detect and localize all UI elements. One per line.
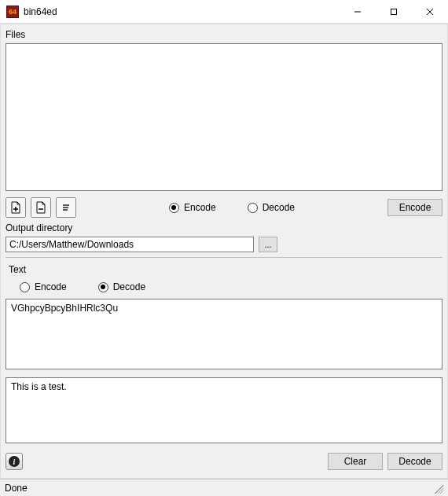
titlebar: 64 bin64ed: [0, 0, 448, 24]
document-plus-icon: [9, 201, 22, 214]
svg-rect-1: [391, 9, 397, 14]
add-file-button[interactable]: [6, 197, 26, 218]
maximize-icon: [390, 8, 398, 16]
minimize-button[interactable]: [340, 0, 376, 23]
statusbar: Done: [0, 479, 448, 496]
files-listbox[interactable]: [6, 43, 442, 191]
clear-files-button[interactable]: [56, 197, 76, 218]
radio-label: Encode: [184, 202, 216, 213]
app-icon: 64: [6, 6, 19, 18]
remove-file-button[interactable]: [31, 197, 51, 218]
text-decode-radio[interactable]: Decode: [98, 281, 145, 292]
close-icon: [426, 8, 434, 16]
clear-button[interactable]: Clear: [328, 453, 383, 470]
status-text: Done: [5, 483, 28, 494]
info-button[interactable]: i: [6, 453, 23, 470]
radio-icon: [20, 282, 30, 292]
clear-list-icon: [60, 201, 72, 214]
output-directory-label: Output directory: [6, 222, 442, 233]
files-label: Files: [6, 29, 442, 40]
radio-label: Encode: [35, 281, 67, 292]
radio-icon: [169, 203, 179, 213]
window-controls: [340, 0, 448, 23]
text-action-button[interactable]: Decode: [387, 453, 442, 470]
close-button[interactable]: [412, 0, 448, 23]
separator: [6, 257, 442, 258]
client-area: Files: [0, 24, 448, 479]
radio-label: Decode: [113, 281, 145, 292]
radio-icon: [248, 203, 258, 213]
text-output-area[interactable]: [6, 377, 442, 443]
output-directory-input[interactable]: [6, 237, 254, 252]
browse-button[interactable]: ...: [259, 237, 277, 252]
text-encode-radio[interactable]: Encode: [20, 281, 67, 292]
document-minus-icon: [35, 201, 47, 214]
text-input-area[interactable]: [6, 299, 442, 369]
resize-grip[interactable]: [432, 483, 443, 494]
radio-icon: [98, 282, 108, 292]
text-label: Text: [9, 264, 442, 275]
radio-label: Decode: [263, 202, 295, 213]
window-title: bin64ed: [24, 6, 57, 17]
files-action-button[interactable]: Encode: [387, 199, 442, 216]
files-decode-radio[interactable]: Decode: [248, 202, 295, 213]
maximize-button[interactable]: [376, 0, 412, 23]
files-encode-radio[interactable]: Encode: [169, 202, 216, 213]
minimize-icon: [354, 8, 362, 16]
info-icon: i: [9, 456, 20, 467]
